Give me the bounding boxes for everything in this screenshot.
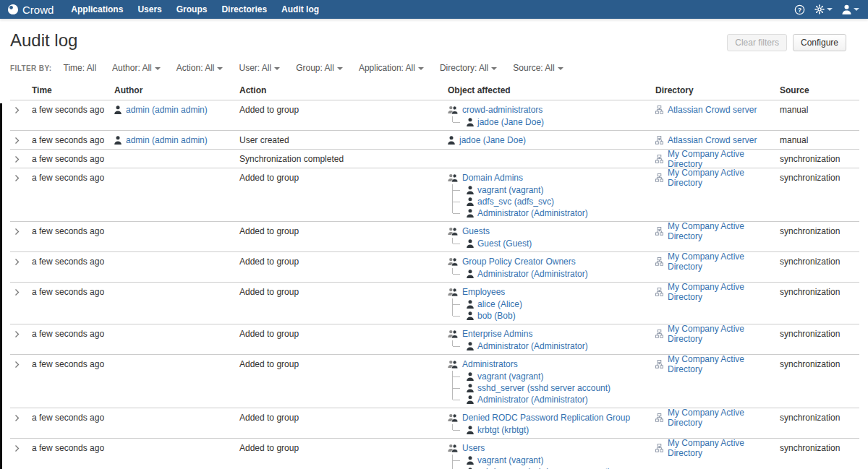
directory-link[interactable]: Atlassian Crowd server: [668, 135, 757, 145]
action-cell: User created: [239, 134, 448, 147]
member-user-link[interactable]: bob (Bob): [477, 311, 516, 321]
filter-source[interactable]: Source: All: [513, 63, 563, 73]
row-expander[interactable]: [10, 285, 32, 322]
user-menu-button[interactable]: [842, 4, 859, 14]
audit-row: a few seconds agoAdded to groupGroup Pol…: [10, 252, 859, 283]
object-line: Denied RODC Password Replication Group: [448, 411, 651, 424]
nav-item-directories[interactable]: Directories: [214, 0, 274, 19]
directory-icon: [655, 257, 663, 266]
action-text: Synchronization completed: [239, 152, 443, 165]
row-expander[interactable]: [10, 103, 32, 128]
row-expander[interactable]: [10, 255, 32, 280]
chevron-down-icon: [418, 67, 424, 70]
filter-application[interactable]: Application: All: [359, 63, 424, 73]
directory-link[interactable]: My Company Active Directory: [668, 438, 775, 458]
directory-link[interactable]: My Company Active Directory: [668, 408, 775, 428]
row-expander[interactable]: [10, 134, 32, 147]
member-user-link[interactable]: vagrant (vagrant): [477, 455, 543, 465]
filter-user[interactable]: User: All: [239, 63, 280, 73]
author-link[interactable]: admin (admin admin): [126, 135, 208, 145]
nav-item-groups[interactable]: Groups: [169, 0, 215, 19]
object-group-link[interactable]: Administrators: [462, 359, 518, 369]
action-cell: Added to group: [239, 225, 448, 249]
directory-link[interactable]: My Company Active Directory: [668, 324, 775, 344]
row-expander[interactable]: [10, 171, 32, 219]
source-text: synchronization: [780, 442, 855, 455]
header-expander-spacer: [10, 82, 32, 100]
directory-link[interactable]: My Company Active Directory: [668, 221, 775, 241]
tree-connector: [452, 382, 463, 394]
member-user-link[interactable]: vagrant (vagrant): [477, 371, 543, 382]
clear-filters-button[interactable]: Clear filters: [727, 34, 787, 51]
directory-icon: [655, 413, 663, 422]
row-expander[interactable]: [10, 358, 32, 405]
user-icon: [467, 209, 474, 218]
object-user-link[interactable]: jadoe (Jane Doe): [459, 135, 526, 145]
directory-link[interactable]: My Company Active Directory: [668, 168, 775, 188]
filter-action[interactable]: Action: All: [176, 63, 224, 73]
directory-line: My Company Active Directory: [655, 171, 775, 184]
configure-button[interactable]: Configure: [793, 34, 846, 51]
object-group-link[interactable]: Employees: [462, 287, 505, 297]
directory-link[interactable]: My Company Active Directory: [668, 354, 775, 374]
object-group-link[interactable]: Group Policy Creator Owners: [462, 257, 576, 267]
source-cell: synchronization: [780, 358, 859, 405]
action-cell: Added to group: [239, 327, 448, 352]
member-user-link[interactable]: sshd_server (sshd server account): [477, 383, 610, 393]
directory-line: My Company Active Directory: [655, 411, 775, 424]
object-group-link[interactable]: Users: [462, 443, 485, 453]
row-expander[interactable]: [10, 327, 32, 352]
member-user-link[interactable]: adfs_svc (adfs_svc): [477, 197, 554, 207]
member-user-link[interactable]: vagrant (vagrant): [477, 185, 543, 195]
directory-icon: [655, 288, 663, 296]
filter-time[interactable]: Time: All: [64, 63, 97, 73]
directory-cell: My Company Active Directory: [655, 358, 780, 405]
crowd-logo[interactable]: Crowd: [7, 4, 54, 16]
member-user-link[interactable]: jadoe (Jane Doe): [477, 117, 544, 127]
tree-connector: [452, 371, 463, 382]
author-link[interactable]: admin (admin admin): [126, 105, 208, 115]
directory-link[interactable]: My Company Active Directory: [668, 282, 775, 302]
directory-link[interactable]: My Company Active Directory: [668, 149, 775, 169]
directory-link[interactable]: My Company Active Directory: [668, 251, 775, 272]
row-expander[interactable]: [10, 152, 32, 165]
row-expander[interactable]: [10, 411, 32, 436]
time-cell: a few seconds ago: [32, 103, 114, 128]
help-button[interactable]: ?: [794, 4, 805, 15]
nav-item-users[interactable]: Users: [130, 0, 169, 19]
member-user-link[interactable]: krbtgt (krbtgt): [477, 425, 529, 435]
object-group-link[interactable]: Guests: [462, 226, 490, 236]
object-group-link[interactable]: crowd-administrators: [462, 105, 542, 115]
member-user-link[interactable]: Administrator (Administrator): [477, 208, 588, 218]
crowd-logo-icon: [7, 4, 19, 15]
object-group-link[interactable]: Enterprise Admins: [462, 329, 532, 339]
user-icon: [114, 106, 122, 114]
row-expander[interactable]: [10, 442, 32, 469]
member-user-link[interactable]: Administrator (Administrator): [477, 395, 588, 405]
directory-link[interactable]: Atlassian Crowd server: [668, 105, 757, 115]
filter-directory[interactable]: Directory: All: [440, 63, 497, 73]
user-icon: [467, 300, 474, 309]
tree-connector: [452, 196, 463, 207]
member-user-link[interactable]: Administrator (Administrator): [477, 341, 588, 351]
filter-author[interactable]: Author: All: [112, 63, 161, 73]
time-text: a few seconds ago: [32, 255, 110, 268]
member-user-link[interactable]: Guest (Guest): [477, 238, 532, 249]
nav-item-applications[interactable]: Applications: [64, 0, 130, 19]
nav-item-audit-log[interactable]: Audit log: [274, 0, 326, 19]
chevron-down-icon: [491, 67, 497, 70]
filter-group[interactable]: Group: All: [296, 63, 343, 73]
source-text: synchronization: [780, 327, 855, 340]
row-expander[interactable]: [10, 225, 32, 249]
source-cell: synchronization: [780, 255, 859, 280]
object-group-link[interactable]: Denied RODC Password Replication Group: [462, 413, 630, 423]
member-user-link[interactable]: Administrator (Administrator): [477, 269, 588, 279]
tree-connector: [452, 340, 463, 352]
group-icon: [448, 413, 458, 422]
chevron-right-icon: [14, 444, 20, 452]
object-group-link[interactable]: Domain Admins: [462, 173, 523, 183]
settings-menu-button[interactable]: [814, 4, 833, 14]
member-user-link[interactable]: alice (Alice): [477, 299, 522, 309]
directory-cell: My Company Active Directory: [655, 171, 780, 219]
time-text: a few seconds ago: [32, 358, 110, 371]
